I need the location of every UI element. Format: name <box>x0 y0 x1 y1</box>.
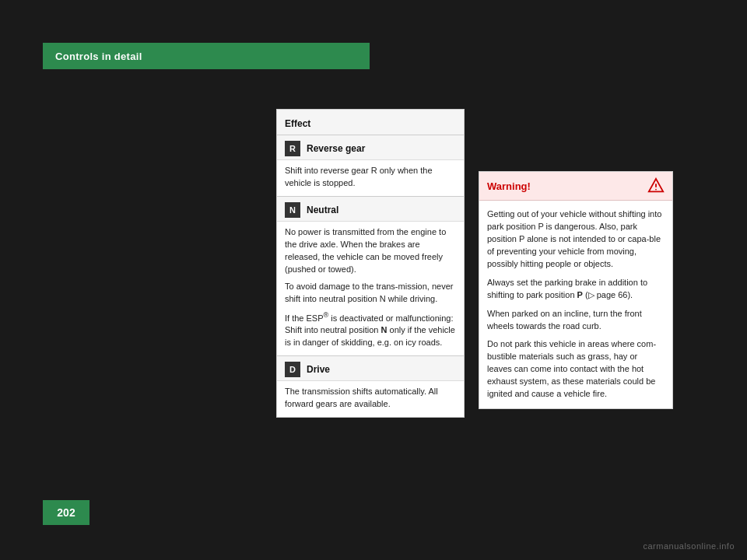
effect-label: Effect <box>285 118 310 129</box>
gear-desc-n: No power is transmitted from the engine … <box>277 222 464 355</box>
gear-label-n: N Neutral <box>277 197 464 222</box>
header-title: Controls in detail <box>55 51 142 62</box>
watermark: carmanualsonline.info <box>643 541 735 551</box>
gear-row-d: D Drive The transmission shifts automati… <box>277 356 464 417</box>
gear-desc-d-p1: The transmission shifts automatically. A… <box>285 386 456 411</box>
content-table: Effect R Reverse gear Shift into reverse… <box>276 109 465 418</box>
header-bar: Controls in detail <box>43 43 370 69</box>
gear-label-d: D Drive <box>277 356 464 381</box>
gear-desc-r: Shift into reverse gear R only when the … <box>277 160 464 196</box>
gear-desc-n-p1: No power is transmitted from the engine … <box>285 226 456 276</box>
badge-n: N <box>285 202 300 218</box>
warning-box: Warning! Getting out of your vehicle wit… <box>479 171 673 409</box>
gear-desc-r-p1: Shift into reverse gear R only when the … <box>285 165 456 190</box>
warning-p1: Getting out of your vehicle without shif… <box>487 208 665 271</box>
warning-content: Getting out of your vehicle without shif… <box>479 201 672 408</box>
page-badge: 202 <box>43 500 89 525</box>
warning-title: Warning! <box>487 180 531 192</box>
warning-p2: Always set the parking brake in addition… <box>487 277 665 302</box>
gear-name-d: Drive <box>307 364 330 375</box>
badge-r: R <box>285 141 300 156</box>
gear-row-r: R Reverse gear Shift into reverse gear R… <box>277 135 464 197</box>
gear-name-n: Neutral <box>307 205 338 215</box>
gear-desc-n-p2: To avoid damage to the trans-mission, ne… <box>285 281 456 306</box>
gear-name-r: Reverse gear <box>307 143 365 154</box>
gear-label-r: R Reverse gear <box>277 135 464 160</box>
gear-desc-d: The transmission shifts automatically. A… <box>277 381 464 417</box>
warning-p4: Do not park this vehicle in areas where … <box>487 338 665 401</box>
warning-header: Warning! <box>479 172 672 201</box>
warning-p3: When parked on an incline, turn the fron… <box>487 308 665 333</box>
gear-row-n: N Neutral No power is transmitted from t… <box>277 197 464 356</box>
badge-d: D <box>285 362 300 377</box>
warning-icon <box>647 177 665 194</box>
effect-header: Effect <box>277 110 464 135</box>
gear-desc-n-p3: If the ESP® is deactivated or malfunctio… <box>285 310 456 349</box>
svg-point-2 <box>655 189 657 191</box>
page-number: 202 <box>57 506 75 519</box>
